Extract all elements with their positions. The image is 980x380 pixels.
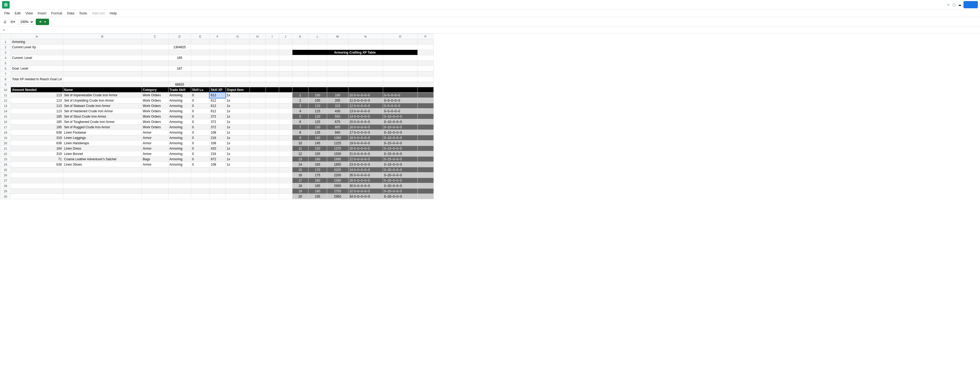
cell[interactable]: 1x <box>226 114 250 119</box>
cell[interactable]: Armoring <box>168 146 191 151</box>
cell[interactable]: 205 <box>327 98 348 103</box>
cell[interactable]: 115 <box>308 108 327 114</box>
cell[interactable] <box>11 173 63 178</box>
cell[interactable] <box>142 76 168 82</box>
cell[interactable]: 0 <box>191 119 210 124</box>
cell[interactable] <box>210 189 226 194</box>
cell[interactable] <box>191 173 210 178</box>
cell[interactable] <box>226 50 250 55</box>
cell[interactable]: Set of Rugged Crude Iron Armor <box>63 124 142 130</box>
cell[interactable] <box>417 50 433 55</box>
cell[interactable] <box>63 66 142 71</box>
cell[interactable] <box>210 167 226 173</box>
cell[interactable] <box>63 183 142 189</box>
cell[interactable] <box>168 178 191 183</box>
cell[interactable] <box>266 114 279 119</box>
cell[interactable] <box>63 71 142 76</box>
cell[interactable]: 0 <box>191 92 210 98</box>
cell[interactable]: 1x <box>226 98 250 103</box>
cell[interactable] <box>266 87 279 92</box>
cell[interactable] <box>279 55 292 60</box>
cell[interactable] <box>168 183 191 189</box>
cell[interactable]: 0 <box>191 98 210 103</box>
cell[interactable] <box>250 146 266 151</box>
cell[interactable]: 108 <box>210 130 226 135</box>
cell[interactable] <box>210 194 226 199</box>
cell[interactable]: 0 <box>191 108 210 114</box>
cell[interactable] <box>250 114 266 119</box>
cell[interactable]: Linen Dress <box>63 146 142 151</box>
cell[interactable] <box>292 82 308 87</box>
cell[interactable] <box>292 60 308 66</box>
cell[interactable] <box>417 103 433 108</box>
cell[interactable] <box>63 55 142 60</box>
cell[interactable] <box>266 82 279 87</box>
cell[interactable] <box>266 119 279 124</box>
cell[interactable]: 185 <box>11 114 63 119</box>
cell[interactable] <box>417 157 433 162</box>
cell[interactable] <box>279 194 292 199</box>
cell[interactable]: Work Orders <box>142 119 168 124</box>
menu-addons[interactable]: Add-ons <box>90 10 107 16</box>
cell[interactable]: 612 <box>210 92 226 98</box>
cell[interactable] <box>142 55 168 60</box>
cell[interactable]: 68820 <box>168 82 191 87</box>
cell[interactable]: 0 <box>191 146 210 151</box>
cell[interactable] <box>266 60 279 66</box>
cell[interactable] <box>279 71 292 76</box>
cell[interactable] <box>250 135 266 140</box>
cell[interactable] <box>191 60 210 66</box>
cell[interactable] <box>292 55 308 60</box>
cell[interactable] <box>266 183 279 189</box>
cell[interactable] <box>266 92 279 98</box>
cell[interactable]: Set of Toughened Crude Iron Armor <box>63 119 142 124</box>
cell[interactable] <box>417 55 433 60</box>
cell[interactable] <box>417 130 433 135</box>
cell[interactable] <box>308 71 327 76</box>
print-button[interactable]: 🖨 <box>2 19 8 25</box>
cell[interactable] <box>11 50 63 55</box>
cell[interactable] <box>191 71 210 76</box>
cell[interactable]: 0–15–0–0–0 <box>383 162 417 167</box>
cell[interactable]: 28 0–0–0–0–0 <box>348 178 383 183</box>
cell[interactable]: Goal: Level <box>11 66 63 71</box>
cell[interactable] <box>348 76 383 82</box>
cell[interactable] <box>250 173 266 178</box>
cell[interactable] <box>308 76 327 82</box>
cell[interactable] <box>266 103 279 108</box>
cell[interactable] <box>327 71 348 76</box>
cell[interactable]: Armoring <box>168 108 191 114</box>
cell[interactable] <box>250 66 266 71</box>
cell[interactable] <box>191 189 210 194</box>
cell[interactable] <box>250 60 266 66</box>
cell[interactable]: 185 <box>168 55 191 60</box>
cell[interactable]: 1 <box>292 92 308 98</box>
cell[interactable] <box>191 183 210 189</box>
cell[interactable]: 216 <box>210 151 226 157</box>
cell[interactable] <box>348 71 383 76</box>
cell[interactable]: 113 <box>11 108 63 114</box>
cell[interactable] <box>417 108 433 114</box>
cell[interactable] <box>250 50 266 55</box>
cell[interactable]: 0–10–0–0–0 <box>383 130 417 135</box>
cell[interactable] <box>11 178 63 183</box>
cell[interactable] <box>279 189 292 194</box>
cell[interactable]: 170 <box>308 167 327 173</box>
cell[interactable]: Ouput Item <box>226 87 250 92</box>
cell[interactable]: 315 <box>327 103 348 108</box>
cell[interactable]: 1x <box>226 146 250 151</box>
cell[interactable] <box>279 87 292 92</box>
cell[interactable]: 11 <box>292 146 308 151</box>
cell[interactable] <box>226 60 250 66</box>
cell[interactable] <box>279 76 292 82</box>
cell[interactable] <box>279 146 292 151</box>
cell[interactable]: 612 <box>210 103 226 108</box>
cell[interactable]: 175 <box>308 173 327 178</box>
cell[interactable] <box>308 45 327 50</box>
cell[interactable] <box>63 167 142 173</box>
cell[interactable] <box>63 39 142 45</box>
cell[interactable] <box>308 60 327 66</box>
cell[interactable] <box>142 50 168 55</box>
cell[interactable]: Skill XP <box>210 87 226 92</box>
cell[interactable]: 105 <box>308 98 327 103</box>
